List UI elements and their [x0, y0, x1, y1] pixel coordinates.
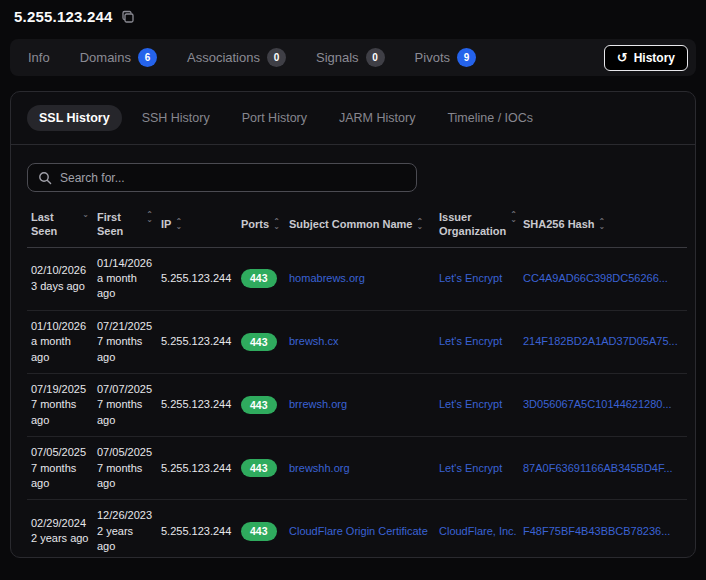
main-tab[interactable]: Pivots 9: [415, 48, 476, 67]
tab-count-badge: 9: [457, 48, 476, 67]
history-clock-icon: ↺: [617, 51, 628, 64]
main-tab-bar: Info Domains 6 Associations 0 Signals 0 …: [10, 39, 696, 76]
cell-last-seen: 02/29/2024 2 years ago: [27, 500, 93, 558]
search-box: [27, 163, 417, 192]
cell-ip: 5.255.123.244: [157, 373, 237, 436]
subtab-timeline-iocs[interactable]: Timeline / IOCs: [435, 105, 545, 131]
tab-label: Signals: [316, 50, 359, 65]
cell-ports: 443: [237, 437, 285, 500]
port-badge[interactable]: 443: [241, 459, 277, 478]
sha256-link[interactable]: 3D056067A5C10144621280...: [523, 398, 672, 410]
column-header-sha256-hash[interactable]: SHA256 Hash⌃⌄: [519, 206, 687, 247]
sha256-link[interactable]: 87A0F63691166AB345BD4F...: [523, 462, 673, 474]
cell-ip: 5.255.123.244: [157, 437, 237, 500]
cell-first-seen: 07/05/2025 7 months ago: [93, 437, 157, 500]
subtab-ssh-history[interactable]: SSH History: [130, 105, 222, 131]
cell-ip: 5.255.123.244: [157, 247, 237, 310]
column-header-ip[interactable]: IP⌃⌄: [157, 206, 237, 247]
table-header-row: Last Seen⌄First Seen⌃⌄IP⌃⌄Ports⌃⌄Subject…: [27, 206, 687, 247]
subject-link[interactable]: brrewsh.org: [289, 398, 347, 410]
issuer-link[interactable]: Let's Encrypt: [439, 462, 502, 474]
port-badge[interactable]: 443: [241, 396, 277, 415]
main-tab[interactable]: Signals 0: [316, 48, 385, 67]
cell-subject-common-name: brrewsh.org: [285, 373, 435, 436]
history-subtabs: SSL HistorySSH HistoryPort HistoryJARM H…: [11, 92, 695, 145]
ssl-history-table: Last Seen⌄First Seen⌃⌄IP⌃⌄Ports⌃⌄Subject…: [27, 206, 687, 558]
subtab-jarm-history[interactable]: JARM History: [327, 105, 427, 131]
cell-issuer-organization: Let's Encrypt: [435, 247, 519, 310]
sha256-link[interactable]: F48F75BF4B43BBCB78236...: [523, 525, 670, 537]
history-button-label: History: [634, 51, 675, 65]
sort-icon: ⌃⌄: [416, 218, 423, 228]
history-button[interactable]: ↺ History: [604, 45, 688, 71]
cell-sha256: 3D056067A5C10144621280...: [519, 373, 687, 436]
cell-last-seen: 07/05/2025 7 months ago: [27, 437, 93, 500]
issuer-link[interactable]: Let's Encrypt: [439, 272, 502, 284]
subject-link[interactable]: brewsh.cx: [289, 335, 339, 347]
subtab-port-history[interactable]: Port History: [230, 105, 319, 131]
table-row: 07/19/2025 7 months ago 07/07/2025 7 mon…: [27, 373, 687, 436]
tab-label: Info: [28, 50, 50, 65]
cell-issuer-organization: Let's Encrypt: [435, 373, 519, 436]
cell-ports: 443: [237, 310, 285, 373]
cell-ports: 443: [237, 247, 285, 310]
cell-sha256: 214F182BD2A1AD37D05A75...: [519, 310, 687, 373]
main-tab[interactable]: Domains 6: [80, 48, 157, 67]
cell-last-seen: 02/10/2026 3 days ago: [27, 247, 93, 310]
page-header: 5.255.123.244: [0, 0, 706, 25]
tab-count-badge: 6: [138, 48, 157, 67]
history-panel: SSL HistorySSH HistoryPort HistoryJARM H…: [10, 91, 696, 558]
tab-label: Domains: [80, 50, 131, 65]
subject-link[interactable]: homabrews.org: [289, 272, 365, 284]
subtab-ssl-history[interactable]: SSL History: [27, 105, 122, 131]
sort-icon: ⌃⌄: [599, 218, 606, 228]
sha256-link[interactable]: CC4A9AD66C398DC56266...: [523, 272, 668, 284]
sort-icon: ⌃⌄: [510, 211, 517, 221]
cell-first-seen: 01/14/2026 a month ago: [93, 247, 157, 310]
cell-ports: 443: [237, 500, 285, 558]
table-row: 02/29/2024 2 years ago 12/26/2023 2 year…: [27, 500, 687, 558]
tab-count-badge: 0: [267, 48, 286, 67]
issuer-link[interactable]: Let's Encrypt: [439, 335, 502, 347]
search-input[interactable]: [60, 171, 406, 185]
ssl-history-content: Last Seen⌄First Seen⌃⌄IP⌃⌄Ports⌃⌄Subject…: [11, 145, 695, 558]
cell-subject-common-name: CloudFlare Origin Certificate: [285, 500, 435, 558]
cell-sha256: 87A0F63691166AB345BD4F...: [519, 437, 687, 500]
cell-last-seen: 01/10/2026 a month ago: [27, 310, 93, 373]
tab-count-badge: 0: [366, 48, 385, 67]
sort-icon: ⌄: [82, 211, 89, 216]
tab-label: Pivots: [415, 50, 450, 65]
column-header-subject-common-name[interactable]: Subject Common Name⌃⌄: [285, 206, 435, 247]
search-icon: [38, 171, 52, 185]
page-title: 5.255.123.244: [14, 8, 113, 25]
port-badge[interactable]: 443: [241, 522, 277, 541]
ip-detail-page: 5.255.123.244 Info Domains 6 Association…: [0, 0, 706, 580]
copy-icon[interactable]: [121, 10, 135, 24]
column-header-first-seen[interactable]: First Seen⌃⌄: [93, 206, 157, 247]
cell-subject-common-name: brewshh.org: [285, 437, 435, 500]
sha256-link[interactable]: 214F182BD2A1AD37D05A75...: [523, 335, 678, 347]
column-header-last-seen[interactable]: Last Seen⌄: [27, 206, 93, 247]
cell-first-seen: 07/21/2025 7 months ago: [93, 310, 157, 373]
table-row: 02/10/2026 3 days ago 01/14/2026 a month…: [27, 247, 687, 310]
tab-label: Associations: [187, 50, 260, 65]
cell-ports: 443: [237, 373, 285, 436]
main-tab[interactable]: Associations 0: [187, 48, 286, 67]
cell-first-seen: 12/26/2023 2 years ago: [93, 500, 157, 558]
issuer-link[interactable]: Let's Encrypt: [439, 398, 502, 410]
cell-ip: 5.255.123.244: [157, 310, 237, 373]
sort-icon: ⌃⌄: [175, 218, 182, 228]
cell-issuer-organization: CloudFlare, Inc.: [435, 500, 519, 558]
cell-subject-common-name: homabrews.org: [285, 247, 435, 310]
subject-link[interactable]: brewshh.org: [289, 462, 350, 474]
column-header-ports[interactable]: Ports⌃⌄: [237, 206, 285, 247]
issuer-link[interactable]: CloudFlare, Inc.: [439, 525, 517, 537]
tabs-group: Info Domains 6 Associations 0 Signals 0 …: [28, 48, 506, 67]
table-row: 07/05/2025 7 months ago 07/05/2025 7 mon…: [27, 437, 687, 500]
main-tab[interactable]: Info: [28, 50, 50, 65]
port-badge[interactable]: 443: [241, 333, 277, 352]
subject-link[interactable]: CloudFlare Origin Certificate: [289, 525, 428, 537]
port-badge[interactable]: 443: [241, 269, 277, 288]
column-header-issuer-organization[interactable]: Issuer Organization⌃⌄: [435, 206, 519, 247]
cell-issuer-organization: Let's Encrypt: [435, 437, 519, 500]
